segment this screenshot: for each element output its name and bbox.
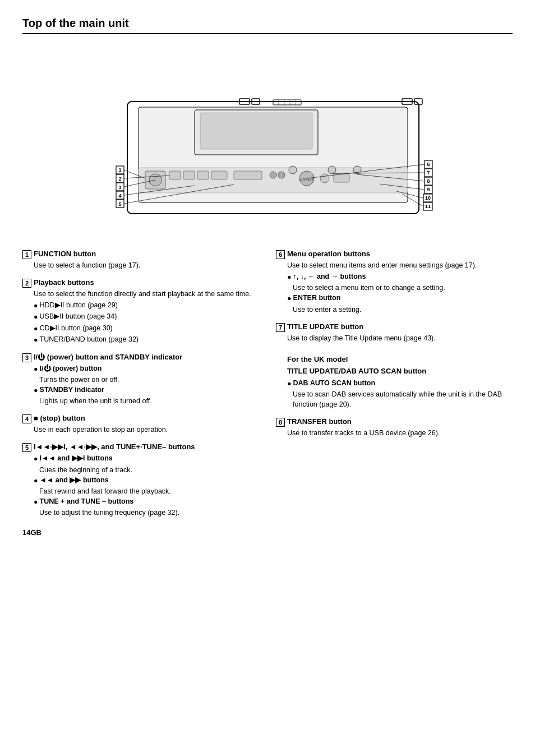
item-2-bullet-3-text: TUNER/BAND button (page 32) bbox=[40, 334, 139, 344]
item-3-body: ● I/⏻ (power) button Turns the power on … bbox=[34, 363, 259, 407]
svg-text:1: 1 bbox=[118, 167, 121, 173]
bullet-dot: ● bbox=[34, 312, 38, 322]
item-7-body: Use to display the Title Update menu (pa… bbox=[287, 333, 513, 409]
item-8-title: TRANSFER button bbox=[287, 417, 352, 426]
item-7-for-uk-sub: TITLE UPDATE/DAB AUTO SCAN button bbox=[287, 366, 513, 377]
svg-text:11: 11 bbox=[425, 204, 431, 209]
item-6: 6 Menu operation buttons Use to select m… bbox=[276, 250, 513, 315]
svg-point-28 bbox=[328, 166, 336, 174]
item-3-title: I/⏻ (power) button and STANDBY indicator bbox=[34, 353, 182, 361]
svg-point-25 bbox=[320, 174, 329, 183]
svg-point-22 bbox=[278, 172, 285, 178]
item-5-bullet-1: ● ◄◄ and ▶▶ buttons bbox=[34, 475, 259, 486]
svg-text:9: 9 bbox=[427, 187, 430, 192]
page-title: Top of the main unit bbox=[22, 17, 513, 34]
svg-text:3: 3 bbox=[118, 185, 121, 190]
item-5-bullet-0: ● I◄◄ and ▶▶I buttons bbox=[34, 453, 259, 464]
bullet-dot: ● bbox=[34, 324, 38, 334]
item-4-num: 4 bbox=[22, 414, 31, 423]
item-3-header: 3 I/⏻ (power) button and STANDBY indicat… bbox=[22, 353, 259, 362]
svg-rect-16 bbox=[169, 171, 181, 179]
item-2-bullet-0-text: HDD▶II button (page 29) bbox=[40, 300, 118, 310]
item-3-bullet-1: ● STANDBY indicator bbox=[34, 385, 259, 395]
item-5-header: 5 I◄◄·▶▶I, ◄◄·▶▶, and TUNE+·TUNE– button… bbox=[22, 442, 259, 452]
item-6-header: 6 Menu operation buttons bbox=[276, 250, 513, 259]
item-2-bullet-0: ● HDD▶II button (page 29) bbox=[34, 300, 259, 311]
item-5-title: I◄◄·▶▶I, ◄◄·▶▶, and TUNE+·TUNE– buttons bbox=[34, 442, 195, 451]
item-8: 8 TRANSFER button Use to transfer tracks… bbox=[276, 417, 513, 438]
item-3-sub-0: Turns the power on or off. bbox=[39, 375, 259, 385]
item-2-bullet-2-text: CD▶II button (page 30) bbox=[40, 323, 113, 333]
content-area: 1 FUNCTION button Use to select a functi… bbox=[22, 250, 513, 525]
item-3-num: 3 bbox=[22, 353, 31, 362]
item-7-title: TITLE UPDATE button bbox=[287, 322, 363, 331]
item-1-body: Use to select a function (page 17). bbox=[34, 260, 259, 270]
svg-point-27 bbox=[289, 166, 297, 174]
item-6-text: Use to select menu items and enter menu … bbox=[287, 260, 513, 270]
svg-point-21 bbox=[270, 172, 276, 178]
item-1-title: FUNCTION button bbox=[34, 250, 96, 258]
item-4-body: Use in each operation to stop an operati… bbox=[34, 425, 259, 435]
svg-rect-19 bbox=[211, 171, 227, 179]
item-5-body: ● I◄◄ and ▶▶I buttons Cues the beginning… bbox=[34, 453, 259, 518]
left-column: 1 FUNCTION button Use to select a functi… bbox=[22, 250, 259, 525]
page-number: 14GB bbox=[22, 528, 41, 537]
svg-rect-20 bbox=[234, 171, 262, 179]
item-7-text: Use to display the Title Update menu (pa… bbox=[287, 333, 513, 343]
item-7-for-uk: For the UK model bbox=[287, 354, 513, 365]
svg-text:4: 4 bbox=[118, 193, 121, 199]
item-7-header: 7 TITLE UPDATE button bbox=[276, 322, 513, 332]
diagram-svg: ENTER 1 2 3 4 5 6 7 8 bbox=[82, 45, 453, 236]
item-4-header: 4 ■ (stop) button bbox=[22, 414, 259, 423]
item-7: 7 TITLE UPDATE button Use to display the… bbox=[276, 322, 513, 409]
item-5-sub-1: Fast rewind and fast forward the playbac… bbox=[39, 486, 259, 496]
svg-text:5: 5 bbox=[118, 201, 121, 207]
item-3-sub-1: Lights up when the unit is turned off. bbox=[39, 396, 259, 406]
item-1-text: Use to select a function (page 17). bbox=[34, 260, 259, 270]
item-8-body: Use to transfer tracks to a USB device (… bbox=[287, 428, 513, 438]
item-2-bullet-1: ● USB▶II button (page 34) bbox=[34, 311, 259, 322]
item-7-extra-bullet-0: ● DAB AUTO SCAN button bbox=[287, 378, 513, 389]
item-2-bullet-2: ● CD▶II button (page 30) bbox=[34, 323, 259, 334]
svg-text:8: 8 bbox=[427, 178, 430, 184]
item-2-bullet-3: ● TUNER/BAND button (page 32) bbox=[34, 334, 259, 345]
item-6-bullet-0: ● ↑, ↓, ← and → buttons bbox=[287, 271, 513, 282]
item-4-title: ■ (stop) button bbox=[34, 414, 85, 422]
item-4-text: Use in each operation to stop an operati… bbox=[34, 425, 259, 435]
svg-rect-17 bbox=[183, 171, 195, 179]
item-6-sub-0: Use to select a menu item or to change a… bbox=[293, 283, 513, 293]
device-diagram: ENTER 1 2 3 4 5 6 7 8 bbox=[22, 45, 513, 236]
item-2-num: 2 bbox=[22, 279, 31, 288]
item-3: 3 I/⏻ (power) button and STANDBY indicat… bbox=[22, 353, 259, 407]
item-7-num: 7 bbox=[276, 323, 285, 332]
item-6-num: 6 bbox=[276, 250, 285, 259]
svg-text:7: 7 bbox=[427, 170, 430, 176]
item-8-num: 8 bbox=[276, 418, 285, 427]
item-2-bullet-1-text: USB▶II button (page 34) bbox=[40, 311, 117, 321]
item-4: 4 ■ (stop) button Use in each operation … bbox=[22, 414, 259, 435]
item-5-sub-2: Use to adjust the tuning frequency (page… bbox=[39, 508, 259, 518]
item-2-title: Playback buttons bbox=[34, 278, 94, 287]
svg-rect-8 bbox=[273, 100, 301, 105]
item-2-body: Use to select the function directly and … bbox=[34, 289, 259, 345]
item-5-num: 5 bbox=[22, 443, 31, 452]
item-8-text: Use to transfer tracks to a USB device (… bbox=[287, 428, 513, 438]
item-6-body: Use to select menu items and enter menu … bbox=[287, 260, 513, 315]
bullet-dot: ● bbox=[34, 335, 38, 345]
item-3-bullet-0: ● I/⏻ (power) button bbox=[34, 363, 259, 374]
item-2-header: 2 Playback buttons bbox=[22, 278, 259, 288]
item-6-bullet-1: ● ENTER button bbox=[287, 293, 513, 303]
svg-rect-18 bbox=[197, 171, 209, 179]
item-6-title: Menu operation buttons bbox=[287, 250, 370, 258]
item-5-bullet-2: ● TUNE + and TUNE – buttons bbox=[34, 496, 259, 507]
right-column: 6 Menu operation buttons Use to select m… bbox=[276, 250, 513, 525]
svg-rect-3 bbox=[200, 113, 312, 149]
item-1-header: 1 FUNCTION button bbox=[22, 250, 259, 259]
item-5-sub-0: Cues the beginning of a track. bbox=[39, 465, 259, 475]
item-1-num: 1 bbox=[22, 250, 31, 259]
bullet-dot: ● bbox=[34, 301, 38, 311]
item-7-extra-sub-0: Use to scan DAB services automatically w… bbox=[293, 389, 513, 409]
item-2-text: Use to select the function directly and … bbox=[34, 289, 259, 299]
item-5: 5 I◄◄·▶▶I, ◄◄·▶▶, and TUNE+·TUNE– button… bbox=[22, 442, 259, 518]
item-6-sub-1: Use to enter a setting. bbox=[293, 305, 513, 315]
